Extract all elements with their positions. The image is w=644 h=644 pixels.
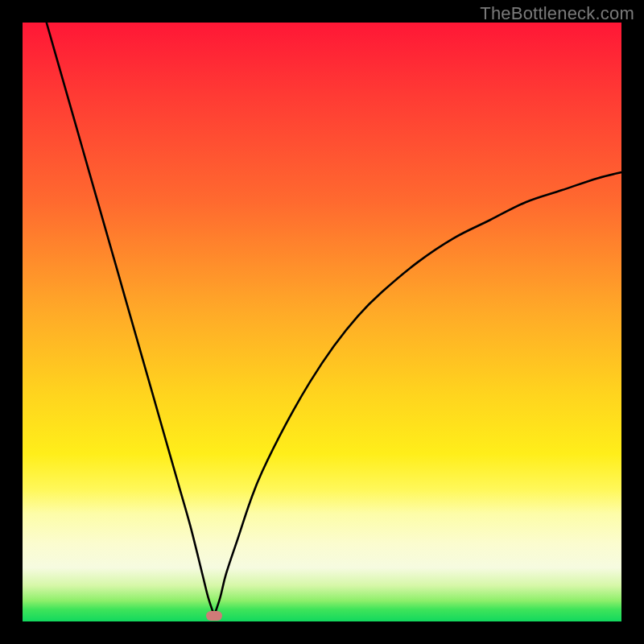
apex-marker bbox=[206, 611, 222, 621]
chart-frame: TheBottleneck.com bbox=[0, 0, 644, 644]
plot-area bbox=[23, 23, 621, 621]
bottleneck-curve bbox=[23, 23, 621, 621]
watermark-text: TheBottleneck.com bbox=[480, 3, 634, 24]
